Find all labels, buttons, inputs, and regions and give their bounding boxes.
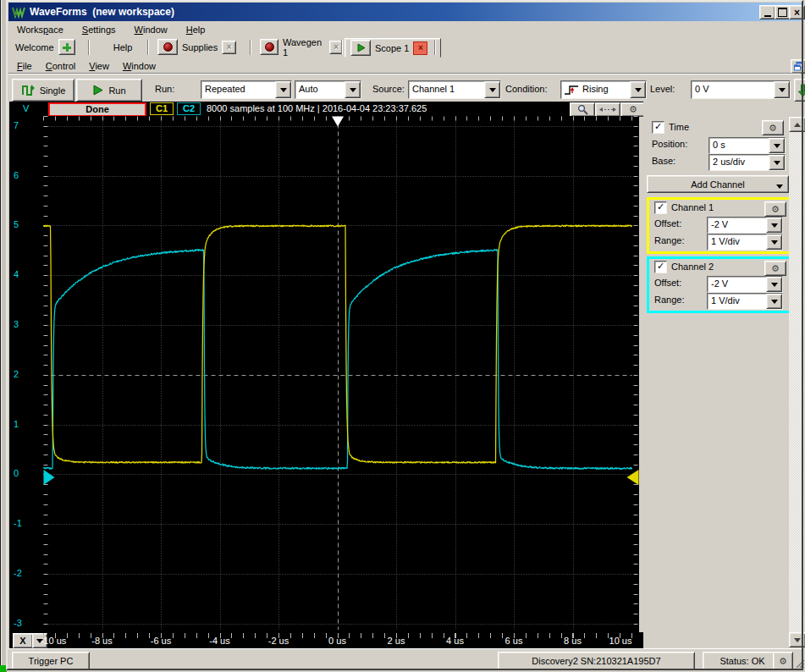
dropdown-button[interactable] — [769, 155, 785, 170]
menu-item-settings[interactable]: Settings — [82, 25, 116, 35]
dropdown-button[interactable] — [769, 138, 785, 153]
gear-icon: ⚙ — [629, 104, 637, 115]
time-group-title: Time — [669, 122, 689, 132]
scope-menu-item-control[interactable]: Control — [46, 61, 75, 71]
trigger-condition-select[interactable]: Rising — [560, 80, 647, 99]
level-auto-set-button[interactable] — [794, 79, 805, 102]
channel2-range-select[interactable]: 1 V/div — [707, 293, 783, 310]
chevron-down-icon — [771, 300, 778, 307]
dropdown-button[interactable] — [766, 218, 782, 233]
channel2-checkbox[interactable]: ✓ — [654, 261, 667, 273]
waveform-canvas[interactable] — [43, 116, 639, 630]
scope-menu-item-window[interactable]: Window — [123, 61, 156, 71]
x-axis-label: 0 us — [328, 636, 346, 646]
minimize-button[interactable] — [759, 5, 775, 19]
add-instrument-button[interactable] — [58, 39, 75, 55]
tab-separator — [88, 40, 90, 55]
trigger-mode-select[interactable]: Auto — [295, 80, 361, 99]
single-button[interactable]: Single — [12, 79, 74, 102]
time-base-select[interactable]: 2 us/div — [709, 154, 786, 171]
scope-status-bar: V Done C1 C2 8000 samples at 100 MHz | 2… — [9, 102, 664, 116]
y-axis-label: 0 — [14, 468, 39, 478]
trigger-source-select[interactable]: Channel 1 — [408, 80, 501, 99]
measure-tool-button[interactable] — [595, 102, 620, 117]
plot-settings-button[interactable]: ⚙ — [620, 102, 646, 117]
x-axis-label: 10 us — [609, 636, 632, 646]
channel1-settings-button[interactable]: ⚙ — [764, 201, 786, 217]
device-button[interactable]: Discovery2 SN:210321A195D7 — [498, 652, 695, 670]
time-settings-button[interactable]: ⚙ — [762, 120, 784, 135]
trigger-pc-button[interactable]: Trigger PC — [12, 652, 90, 670]
x-axis-label: -6 us — [151, 636, 171, 646]
dropdown-button[interactable] — [774, 81, 790, 98]
dropdown-button[interactable] — [275, 81, 291, 98]
x-axis-label: 6 us — [505, 636, 523, 646]
gear-icon: ⚙ — [779, 656, 787, 667]
channel1-checkbox[interactable]: ✓ — [654, 201, 667, 214]
zoom-tool-button[interactable] — [570, 102, 595, 117]
restore-window-icon — [794, 62, 803, 71]
channel1-range-select[interactable]: 1 V/div — [707, 234, 783, 251]
condition-label: Condition: — [505, 84, 548, 94]
trigger-level-select[interactable]: 0 V — [691, 80, 791, 99]
scope-menu-bar: FileControlViewWindow — [8, 58, 609, 74]
run-button[interactable]: Run — [76, 79, 142, 102]
dropdown-button[interactable] — [345, 81, 361, 98]
device-settings-button[interactable]: ⚙ — [773, 652, 793, 670]
dropdown-button[interactable] — [484, 81, 500, 98]
tab-help[interactable]: Help — [91, 38, 154, 56]
close-supplies-tab-button[interactable]: × — [222, 41, 236, 54]
channel2-badge[interactable]: C2 — [177, 102, 201, 115]
time-position-select[interactable]: 0 s — [709, 137, 786, 154]
resize-grip[interactable] — [794, 658, 804, 668]
window-title: WaveForms (new workspace) — [30, 6, 174, 18]
acquisition-toolbar: Single Run Run: Repeated Auto Source: Ch… — [8, 74, 801, 102]
y-axis-label: 6 — [14, 170, 39, 180]
scope-menu-item-file[interactable]: File — [17, 61, 32, 71]
scroll-up-button[interactable] — [789, 117, 805, 132]
restore-pane-button[interactable] — [791, 59, 805, 74]
status-bar: Trigger PC Discovery2 SN:210321A195D7 St… — [8, 648, 802, 669]
run-mode-value: Repeated — [201, 81, 275, 98]
chevron-down-icon — [489, 88, 496, 96]
channel1-badge[interactable]: C1 — [150, 102, 174, 115]
menu-item-help[interactable]: Help — [186, 25, 206, 35]
trigger-mode-value: Auto — [295, 81, 345, 98]
scroll-down-button[interactable] — [789, 632, 805, 647]
add-channel-button[interactable]: Add Channel — [647, 175, 789, 193]
dropdown-button[interactable] — [766, 277, 782, 292]
tab-help-label: Help — [113, 42, 133, 52]
level-label: Level: — [650, 84, 675, 94]
panel-scrollbar[interactable] — [789, 117, 804, 646]
channel2-settings-button[interactable]: ⚙ — [764, 261, 786, 276]
y-axis-label: 4 — [14, 269, 39, 279]
channel1-offset-value: -2 V — [708, 218, 766, 233]
channel2-range-value: 1 V/div — [708, 294, 766, 309]
run-mode-select[interactable]: Repeated — [201, 80, 292, 99]
tab-scope[interactable]: Scope 1 × — [345, 38, 441, 58]
tab-wavegen[interactable]: Wavegen 1 × — [255, 38, 348, 56]
channel2-offset-select[interactable]: -2 V — [707, 276, 783, 293]
channel1-offset-select[interactable]: -2 V — [707, 217, 783, 234]
tab-wavegen-label: Wavegen 1 — [283, 37, 325, 58]
close-button[interactable]: × — [789, 5, 805, 19]
device-status-button[interactable]: Status: OK — [703, 652, 782, 670]
tab-supplies[interactable]: Supplies × — [152, 38, 252, 56]
scope-menu-item-view[interactable]: View — [89, 61, 109, 71]
tab-welcome[interactable]: Welcome — [10, 38, 93, 56]
scope-run-status-button[interactable] — [350, 40, 371, 56]
supplies-status-button[interactable] — [157, 39, 178, 55]
time-checkbox[interactable]: ✓ — [652, 121, 664, 134]
x-axis-button[interactable]: X — [13, 633, 33, 648]
gear-icon: ⚙ — [771, 264, 780, 273]
close-scope-tab-button[interactable]: × — [413, 41, 427, 55]
menu-item-workspace[interactable]: Workspace — [17, 25, 63, 35]
chevron-down-icon — [280, 88, 287, 96]
dropdown-button[interactable] — [766, 234, 782, 250]
wavegen-status-button[interactable] — [260, 39, 278, 55]
dropdown-button[interactable] — [630, 81, 646, 98]
maximize-icon — [778, 8, 787, 17]
dropdown-button[interactable] — [766, 294, 782, 309]
menu-item-window[interactable]: Window — [135, 25, 168, 35]
gear-icon: ⚙ — [771, 205, 780, 214]
